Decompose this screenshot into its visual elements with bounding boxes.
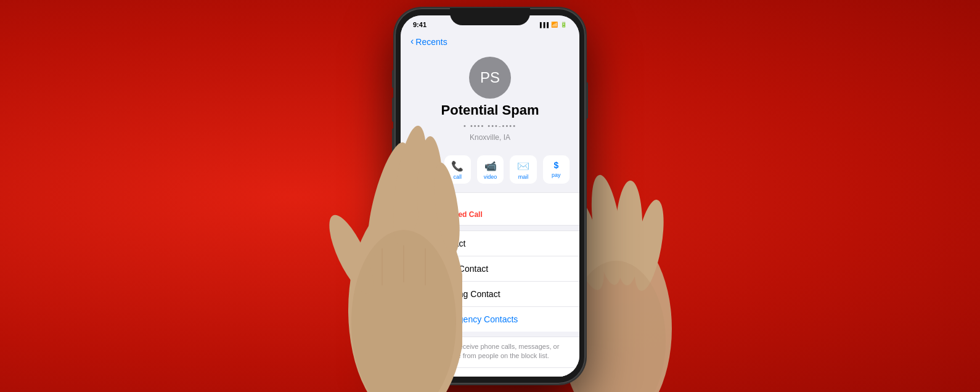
message-label: message [413,174,436,180]
battery-icon: 🔋 [560,22,567,28]
pay-button[interactable]: $ pay [543,155,570,184]
back-chevron-icon: ‹ [410,36,414,47]
message-icon: 💬 [418,160,430,172]
volume-up-button [392,97,394,122]
contact-header: PS Potential Spam • •••• •••-•••• Knoxvi… [401,51,579,150]
block-section: You will not receive phone calls, messag… [401,337,579,377]
recent-item: 3:53 PM Missed Call [410,210,570,219]
phone-notch [450,8,530,25]
phone-screen: 9:41 ▐▐▐ 📶 🔋 ‹ Recents [401,15,579,377]
screen-scroll[interactable]: ‹ Recents PS Potential Spam • •••• •••-•… [401,34,579,377]
call-icon: 📞 [451,160,463,172]
avatar: PS [469,57,511,99]
back-label: Recents [415,37,447,47]
block-contact-button[interactable]: Block Contact [401,367,579,377]
share-contact-option[interactable]: Share Contact [401,231,579,256]
status-time: 9:41 [413,21,427,28]
recent-day: Today [410,199,570,208]
add-existing-option[interactable]: Add to Existing Contact [401,282,579,306]
options-list: Share Contact Create New Contact Add to … [401,231,579,306]
recent-section: Today 3:53 PM Missed Call [401,192,579,226]
status-icons: ▐▐▐ 📶 🔋 [538,22,567,28]
contact-name: Potential Spam [441,102,539,118]
mute-button [392,70,394,88]
volume-down-button [392,128,394,153]
phone: 9:41 ▐▐▐ 📶 🔋 ‹ Recents [394,8,586,384]
video-button[interactable]: 📹 video [477,155,504,184]
power-button [586,82,588,119]
mail-icon: ✉️ [517,160,529,172]
block-description: You will not receive phone calls, messag… [401,337,579,367]
back-button[interactable]: ‹ Recents [410,36,447,47]
video-label: video [484,174,497,180]
contact-location: Knoxville, IA [470,133,510,142]
top-nav: ‹ Recents [401,34,579,51]
message-button[interactable]: 💬 message [410,155,438,184]
recent-status: Missed Call [442,210,483,219]
wifi-icon: 📶 [551,22,558,28]
call-button[interactable]: 📞 call [444,155,471,184]
create-contact-option[interactable]: Create New Contact [401,256,579,282]
contact-phone: • •••• •••-•••• [463,122,517,129]
pay-icon: $ [553,160,558,170]
mail-button[interactable]: ✉️ mail [510,155,536,184]
signal-icon: ▐▐▐ [538,22,549,28]
recent-time: 3:53 PM [410,210,438,219]
video-icon: 📹 [484,160,497,172]
call-label: call [453,174,462,180]
scene: 9:41 ▐▐▐ 📶 🔋 ‹ Recents [394,8,586,384]
emergency-option[interactable]: Add to Emergency Contacts [401,306,579,332]
pay-label: pay [552,172,561,178]
mail-label: mail [518,174,529,180]
action-row: 💬 message 📞 call 📹 video ✉️ [401,150,579,192]
